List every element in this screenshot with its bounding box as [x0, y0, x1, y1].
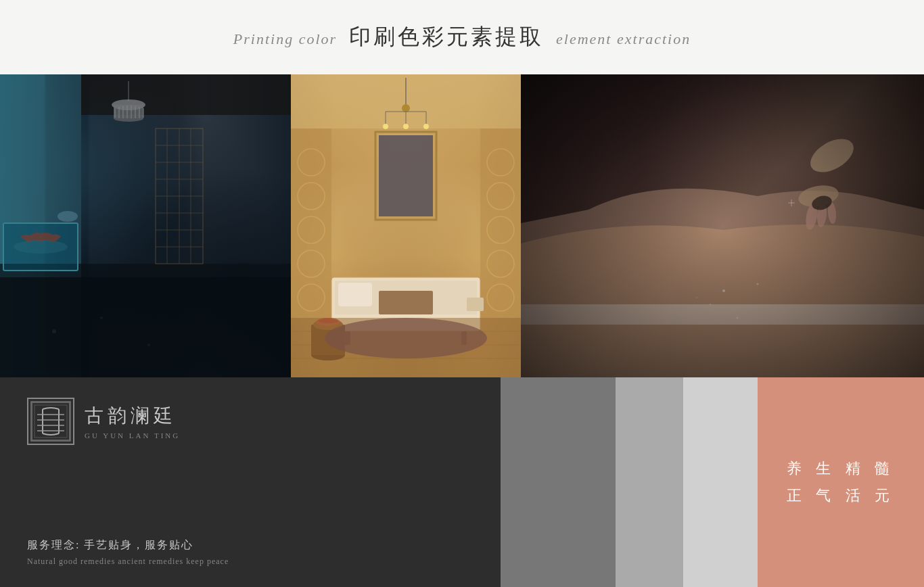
svg-point-5 [112, 99, 145, 110]
svg-point-84 [737, 317, 739, 319]
bottom-left-panel: 古韵澜廷 GU YUN LAN TING 服务理念: 手艺贴身，服务贴心 Nat… [0, 377, 501, 587]
svg-point-42 [298, 250, 325, 277]
svg-point-47 [487, 216, 514, 243]
header: Printing color 印刷色彩元素提取 element extracti… [0, 0, 924, 74]
svg-rect-0 [0, 74, 81, 377]
svg-rect-80 [521, 74, 924, 377]
svg-point-74 [325, 318, 487, 358]
svg-rect-1 [0, 74, 81, 377]
massage-therapy-panel [521, 74, 924, 377]
massage-room-panel [291, 74, 521, 377]
header-inner: Printing color 印刷色彩元素提取 element extracti… [233, 22, 691, 52]
svg-point-60 [423, 124, 429, 129]
svg-point-41 [298, 216, 325, 243]
svg-point-89 [816, 202, 827, 227]
svg-rect-96 [31, 402, 70, 441]
svg-rect-50 [379, 135, 433, 216]
image-strip [0, 74, 924, 377]
svg-point-43 [298, 284, 325, 311]
svg-point-85 [696, 297, 697, 298]
svg-point-81 [722, 289, 725, 292]
brand-logo-icon [27, 398, 74, 445]
svg-rect-28 [3, 223, 78, 271]
logo-text-area: 古韵澜廷 GU YUN LAN TING [85, 403, 180, 440]
svg-point-69 [311, 350, 345, 360]
svg-point-91 [810, 193, 833, 212]
logo-area: 古韵澜廷 GU YUN LAN TING [27, 398, 473, 445]
svg-point-39 [298, 149, 325, 176]
svg-rect-30 [0, 277, 291, 377]
svg-point-83 [710, 304, 711, 305]
tagline-line2: 正 气 活 元 [787, 487, 896, 504]
svg-point-48 [487, 250, 514, 277]
svg-point-34 [57, 211, 78, 222]
spa-interior-panel [0, 74, 291, 377]
svg-rect-64 [379, 291, 433, 314]
svg-point-86 [805, 132, 860, 179]
service-text: 服务理念: 手艺贴身，服务贴心 Natural good remedies an… [27, 538, 473, 567]
brand-name-pinyin: GU YUN LAN TING [85, 431, 180, 440]
svg-rect-51 [375, 132, 436, 220]
svg-rect-70 [311, 325, 345, 355]
swatch-medium-gray [616, 377, 683, 587]
svg-rect-16 [156, 128, 203, 264]
svg-rect-65 [338, 283, 372, 306]
svg-rect-67 [345, 331, 350, 345]
svg-rect-61 [331, 277, 480, 331]
svg-rect-44 [480, 128, 521, 318]
bottom-right-panel: 养 生 精 髓 正 气 活 元 [758, 377, 924, 587]
svg-point-59 [403, 124, 409, 129]
svg-point-31 [52, 329, 56, 333]
svg-rect-63 [335, 281, 477, 314]
color-swatches [501, 377, 758, 587]
svg-rect-35 [0, 74, 291, 377]
swatch-light-gray [683, 377, 758, 587]
svg-rect-92 [521, 304, 924, 325]
svg-point-7 [114, 115, 143, 122]
brand-name-chinese: 古韵澜廷 [85, 403, 180, 429]
service-chinese-text: 服务理念: 手艺贴身，服务贴心 [27, 538, 473, 553]
svg-point-53 [402, 104, 410, 112]
svg-rect-2 [0, 264, 291, 377]
swatch-dark-gray [501, 377, 616, 587]
svg-point-71 [313, 319, 343, 330]
service-english-text: Natural good remedies ancient remedies k… [27, 557, 473, 567]
svg-rect-3 [81, 74, 291, 115]
bottom-section: 古韵澜廷 GU YUN LAN TING 服务理念: 手艺贴身，服务贴心 Nat… [0, 377, 924, 587]
svg-point-40 [298, 183, 325, 210]
svg-point-33 [147, 344, 150, 346]
svg-point-73 [318, 318, 338, 323]
svg-rect-36 [291, 74, 521, 377]
svg-rect-6 [114, 105, 143, 118]
svg-point-49 [487, 284, 514, 311]
printing-color-label: Printing color [233, 30, 337, 48]
svg-rect-27 [3, 223, 78, 271]
element-extraction-label: element extraction [556, 30, 691, 48]
svg-point-32 [100, 316, 103, 319]
svg-rect-38 [291, 128, 331, 318]
svg-point-87 [797, 183, 840, 210]
tagline-line1: 养 生 精 髓 [787, 460, 896, 477]
svg-point-46 [487, 183, 514, 210]
svg-point-58 [383, 124, 388, 129]
svg-rect-68 [461, 331, 467, 345]
svg-rect-79 [291, 74, 521, 377]
svg-rect-62 [331, 277, 480, 331]
svg-rect-97 [34, 405, 67, 438]
svg-point-72 [316, 318, 340, 326]
svg-rect-66 [467, 298, 484, 311]
svg-point-82 [757, 283, 759, 285]
svg-point-90 [827, 202, 837, 225]
svg-rect-93 [521, 74, 924, 377]
tagline-text: 养 生 精 髓 正 气 活 元 [787, 455, 896, 509]
chinese-title: 印刷色彩元素提取 [349, 22, 544, 52]
svg-point-29 [14, 240, 68, 254]
svg-rect-75 [291, 318, 521, 377]
svg-rect-37 [291, 74, 521, 128]
svg-point-88 [804, 202, 820, 231]
svg-point-45 [487, 149, 514, 176]
